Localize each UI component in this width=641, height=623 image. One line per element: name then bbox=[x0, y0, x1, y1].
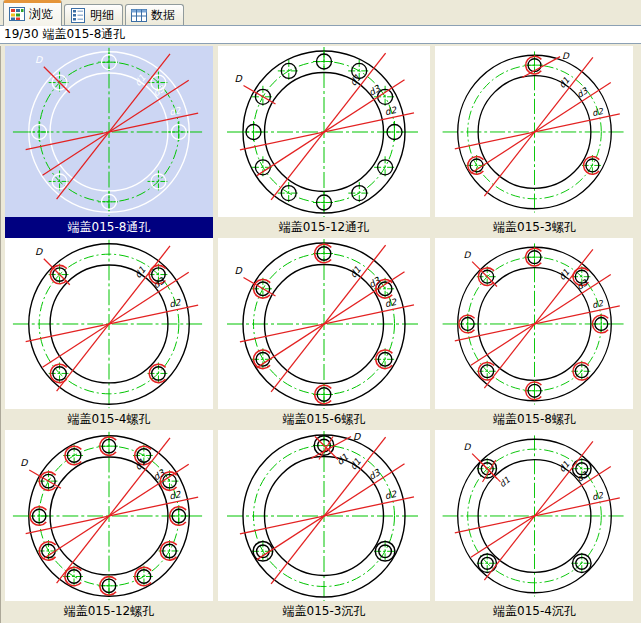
svg-text:D: D bbox=[464, 442, 472, 452]
svg-text:D: D bbox=[35, 246, 43, 257]
part-drawing: d1d3d2D bbox=[435, 238, 634, 409]
status-bar: 19/30 端盖015-8通孔 bbox=[0, 26, 641, 44]
svg-text:d2: d2 bbox=[384, 297, 399, 309]
thumbnail-cell[interactable]: d1d3d2D端盖015-8通孔 bbox=[5, 46, 213, 238]
part-drawing: d1d3d2Dd1 bbox=[435, 430, 634, 601]
tab-detail-label: 明细 bbox=[90, 7, 114, 24]
thumbnail-cell[interactable]: d1d3d2D端盖015-12螺孔 bbox=[5, 430, 213, 622]
detail-list-icon bbox=[70, 8, 86, 23]
right-margin bbox=[633, 46, 641, 623]
svg-text:d1: d1 bbox=[497, 475, 512, 490]
svg-text:D: D bbox=[235, 73, 244, 84]
svg-text:d2: d2 bbox=[168, 489, 182, 501]
part-drawing: d1d3d2D bbox=[5, 238, 213, 409]
tab-data[interactable]: 数据 bbox=[125, 4, 184, 25]
svg-text:d2: d2 bbox=[168, 297, 182, 309]
svg-text:D: D bbox=[235, 265, 244, 276]
thumbnail-cell[interactable]: d1d3d2Dd1端盖015-3沉孔 bbox=[218, 430, 430, 622]
thumbnail-label: 端盖015-4沉孔 bbox=[435, 601, 634, 622]
part-drawing: d1d3d2D bbox=[5, 46, 213, 217]
thumbnail-label: 端盖015-8螺孔 bbox=[435, 409, 634, 430]
thumbnail-label: 端盖015-12螺孔 bbox=[5, 601, 213, 622]
part-drawing: d1d3d2D bbox=[218, 46, 430, 217]
svg-text:D: D bbox=[353, 431, 362, 442]
svg-text:d2: d2 bbox=[168, 105, 182, 117]
svg-text:D: D bbox=[562, 51, 570, 61]
thumbnail-label: 端盖015-12通孔 bbox=[218, 217, 430, 238]
thumbnail-label: 端盖015-8通孔 bbox=[5, 217, 213, 238]
part-drawing: d1d3d2D bbox=[5, 430, 213, 601]
svg-text:D: D bbox=[20, 457, 28, 468]
svg-text:d2: d2 bbox=[384, 489, 399, 501]
data-table-icon bbox=[131, 8, 147, 23]
thumbnail-cell[interactable]: d1d3d2Dd1端盖015-4沉孔 bbox=[435, 430, 634, 622]
tab-browse-label: 浏览 bbox=[29, 6, 53, 23]
part-drawing: d1d3d2D bbox=[218, 238, 430, 409]
thumbnail-cell[interactable]: d1d3d2D端盖015-6螺孔 bbox=[218, 238, 430, 430]
thumbnail-label: 端盖015-4螺孔 bbox=[5, 409, 213, 430]
part-drawing: d1d3d2Dd1 bbox=[218, 430, 430, 601]
thumbnail-label: 端盖015-6螺孔 bbox=[218, 409, 430, 430]
tab-browse[interactable]: 浏览 bbox=[3, 0, 62, 26]
thumbnail-label: 端盖015-3螺孔 bbox=[435, 217, 634, 238]
svg-text:D: D bbox=[35, 54, 43, 65]
thumbnail-cell[interactable]: d1d3d2D端盖015-8螺孔 bbox=[435, 238, 634, 430]
status-text: 19/30 端盖015-8通孔 bbox=[4, 27, 125, 41]
thumbnail-label: 端盖015-3沉孔 bbox=[218, 601, 430, 622]
part-drawing: d1d3d2D bbox=[435, 46, 634, 217]
thumbnail-cell[interactable]: d1d3d2D端盖015-12通孔 bbox=[218, 46, 430, 238]
thumbnail-cell[interactable]: d1d3d2D端盖015-3螺孔 bbox=[435, 46, 634, 238]
svg-text:d2: d2 bbox=[591, 490, 604, 502]
tab-detail[interactable]: 明细 bbox=[64, 4, 123, 25]
cad-browser-window: 浏览 明细 bbox=[0, 0, 641, 623]
svg-text:D: D bbox=[464, 250, 472, 260]
svg-text:d2: d2 bbox=[384, 105, 399, 117]
svg-text:d2: d2 bbox=[591, 298, 604, 310]
tab-data-label: 数据 bbox=[151, 7, 175, 24]
tab-strip: 浏览 明细 bbox=[0, 0, 641, 26]
svg-text:d2: d2 bbox=[591, 106, 604, 118]
thumbnail-cell[interactable]: d1d3d2D端盖015-4螺孔 bbox=[5, 238, 213, 430]
thumbnails-icon bbox=[9, 7, 25, 22]
thumbnail-grid: d1d3d2D端盖015-8通孔d1d3d2D端盖015-12通孔d1d3d2D… bbox=[0, 46, 634, 623]
